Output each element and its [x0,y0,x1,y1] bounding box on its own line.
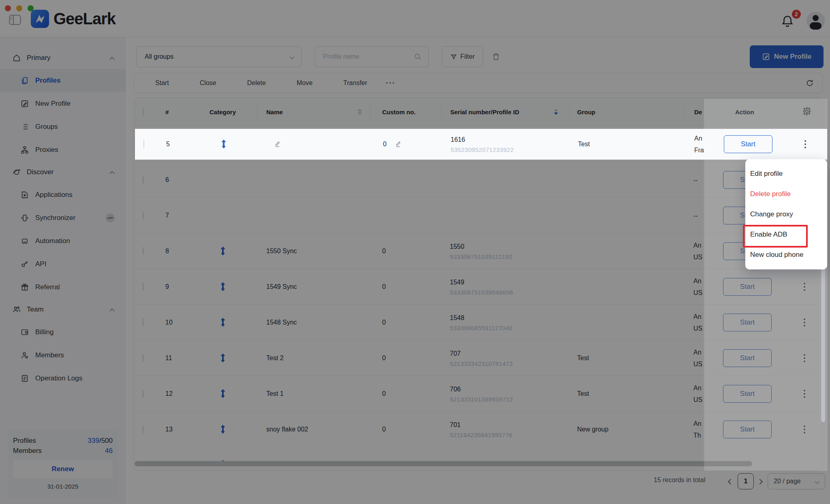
context-menu-item-delete-profile[interactable]: Delete profile [745,184,827,204]
toolbar-delete-button[interactable]: Delete [235,79,266,88]
serial-profile-id: 701521164235841995776 [450,420,512,440]
sidebar-item-new-profile[interactable]: New Profile [0,92,125,115]
context-menu-item-enable-adb[interactable]: Enable ADB [745,224,827,245]
row-checkbox[interactable] [143,141,144,148]
row-more-menu-icon[interactable] [804,140,806,148]
toolbar-transfer-button[interactable]: Transfer [331,79,367,88]
name-sort-icon[interactable] [358,109,362,115]
sidebar-section-discover[interactable]: Discover [0,161,125,183]
automation-icon [20,237,29,246]
sidebar-section-primary[interactable]: Primary [0,47,125,69]
profile-search-input[interactable]: Profile name [314,46,429,67]
start-button[interactable]: Start [723,314,772,331]
current-page-button[interactable]: 1 [738,473,754,489]
sidebar-section-label: Team [27,305,110,314]
context-menu-item-label: Change proxy [750,210,793,218]
row-more-menu-icon[interactable] [804,318,805,327]
row-checkbox[interactable] [143,283,143,290]
context-menu-item-change-proxy[interactable]: Change proxy [745,204,827,224]
column-settings-gear-icon[interactable] [802,106,812,117]
category-phone-icon [222,426,224,433]
serial-profile-id: 706521333101389939712 [450,384,513,404]
table-row-11: 11Test 20707521333342310761472TestAn USS… [134,340,823,376]
sidebar-item-groups[interactable]: Groups [0,115,125,138]
group-filter-value: All groups [145,53,173,60]
search-icon [414,53,422,61]
device-value: An Th [693,418,702,441]
group-filter-select[interactable]: All groups [136,46,302,67]
next-page-icon[interactable] [757,479,763,485]
sidebar-item-referral[interactable]: Referral [0,275,125,299]
row-context-menu: Edit profileDelete profileChange proxyEn… [745,159,827,269]
start-button[interactable]: Start [723,278,772,296]
sidebar-item-billing[interactable]: Billing [0,320,125,344]
sidebar-item-api[interactable]: API [0,252,125,275]
profile-name: 1548 Sync [266,319,297,326]
column-header-num: # [165,108,169,115]
row-checkbox[interactable] [143,426,143,433]
sidebar-item-synchronizer[interactable]: Synchronizer [0,206,125,229]
sidebar-item-automation[interactable]: Automation [0,229,125,252]
table-row-10: 101548 Sync01548533306685591127040An USS… [134,304,823,340]
page-size-select[interactable]: 20 / page [768,473,825,489]
edit-custom-no-pencil-icon[interactable] [394,139,402,149]
start-button[interactable]: Start [723,421,772,438]
user-avatar[interactable] [806,12,825,30]
row-number: 7 [165,212,169,219]
start-button[interactable]: Start [724,135,772,153]
toolbar-more-button[interactable]: ··· [386,79,396,88]
refresh-icon[interactable] [805,79,814,88]
row-checkbox[interactable] [143,390,143,397]
start-button[interactable]: Start [723,349,772,367]
sidebar-item-label: Applications [35,191,73,199]
filter-button[interactable]: Filter [442,46,483,67]
row-more-menu-icon[interactable] [804,354,805,362]
sidebar-item-profiles[interactable]: Profiles [0,69,125,92]
funnel-icon [450,53,457,60]
category-phone-icon [222,355,224,362]
group-value: Test [577,390,589,397]
category-phone-icon [222,283,224,290]
sidebar-item-operation-logs[interactable]: Operation Logs [0,367,125,390]
row-checkbox[interactable] [143,212,143,219]
sidebar-section-team[interactable]: Team [0,299,125,320]
sidebar-item-members[interactable]: Members [0,344,125,367]
toolbar-close-button[interactable]: Close [188,79,216,88]
window-close-button[interactable] [5,5,11,11]
row-checkbox[interactable] [143,355,143,362]
row-more-menu-icon[interactable] [804,390,805,398]
context-menu-item-new-cloud-phone[interactable]: New cloud phone [745,245,827,265]
app-logo-text: GeeLark [53,10,116,28]
notifications-button[interactable]: 2 [779,11,800,32]
start-button[interactable]: Start [723,385,772,403]
new-profile-button[interactable]: New Profile [750,45,824,68]
row-more-menu-icon[interactable] [804,425,805,434]
custom-no-value: 0 [382,248,386,255]
row-checkbox[interactable] [143,248,143,255]
edit-name-pencil-icon[interactable] [274,139,281,149]
row-checkbox[interactable] [143,176,143,184]
horizontal-scrollbar[interactable] [135,461,752,466]
row-checkbox[interactable] [143,319,143,326]
toolbar-move-button[interactable]: Move [285,79,312,88]
device-value: An US [693,382,702,406]
sidebar-item-label: Profiles [35,77,60,85]
renew-button[interactable]: Renew [13,460,113,478]
context-menu-item-label: New cloud phone [750,251,803,259]
device-value: An US [693,275,702,299]
select-all-checkbox[interactable] [143,108,143,115]
toolbar-start-button[interactable]: Start [143,79,169,88]
prev-page-icon[interactable] [728,479,734,485]
plan-expiry-date: 31-01-2025 [13,483,113,490]
chevron-up-icon [109,308,115,313]
context-menu-item-edit-profile[interactable]: Edit profile [745,164,827,184]
sidebar-item-applications[interactable]: Applications [0,183,125,206]
clear-filter-trash-icon[interactable] [489,49,503,64]
sidebar-item-proxies[interactable]: Proxies [0,138,125,161]
sidebar-toggle-icon[interactable] [9,15,21,27]
new-profile-icon [20,99,29,108]
window-minimize-button[interactable] [16,5,22,11]
sidebar-item-label: New Profile [35,100,71,108]
row-more-menu-icon[interactable] [804,283,805,291]
serial-sort-icon[interactable] [554,109,558,115]
